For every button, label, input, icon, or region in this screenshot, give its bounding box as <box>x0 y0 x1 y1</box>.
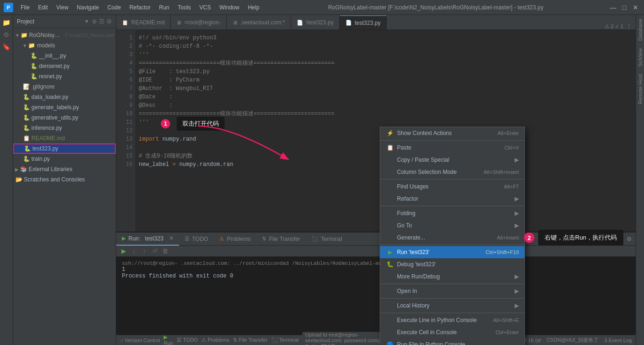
cm-generate[interactable]: Generate... Alt+Insert <box>380 232 524 244</box>
menu-file[interactable]: File <box>17 2 33 13</box>
close-button[interactable]: ✕ <box>631 3 640 12</box>
tree-resnet[interactable]: 🐍 resnet.py <box>13 71 116 82</box>
tab-readme[interactable]: 📋 README.md <box>116 15 171 30</box>
btab-run[interactable]: ▶ Run: test323 ✕ <box>116 232 179 246</box>
cm-folding-label: Folding <box>397 210 513 217</box>
cm-sep-4 <box>380 245 524 245</box>
cm-run-test323[interactable]: ▶ Run 'test323' Ctrl+Shift+F10 <box>380 246 524 258</box>
menu-tools[interactable]: Tools <box>174 2 195 13</box>
menu-view[interactable]: View <box>52 2 72 13</box>
run-status-icon: ▶ <box>164 334 167 340</box>
collapse-icon[interactable]: ☰ <box>99 18 105 25</box>
menu-help[interactable]: Help <box>244 2 263 13</box>
btab-todo[interactable]: ☰ TODO <box>179 232 214 246</box>
tab-test323-active[interactable]: 📄 test323.py <box>340 15 387 30</box>
tree-densenet[interactable]: 🐍 densenet.py <box>13 61 116 71</box>
cm-open-in[interactable]: Open In ▶ <box>380 285 524 297</box>
tree-inference[interactable]: 🐍 inference.py <box>13 123 116 133</box>
code-line-8: @Date : <box>139 93 632 101</box>
cm-copy-paste-special[interactable]: Copy / Paste Special ▶ <box>380 154 524 166</box>
cm-column-mode[interactable]: Column Selection Mode Alt+Shift+Insert <box>380 166 524 178</box>
tree-models[interactable]: ▼ 📁 models <box>13 40 116 51</box>
cm-exec-line[interactable]: Execute Line in Python Console Alt+Shift… <box>380 314 524 326</box>
code-line-4: ========================模块功能描述==========… <box>139 59 632 68</box>
tree-genlabels[interactable]: 🐍 generate_labels.py <box>13 102 116 112</box>
clear-button[interactable]: 🗑 <box>160 247 170 256</box>
menu-bar: File Edit View Navigate Code Refactor Ru… <box>17 2 263 13</box>
remote-host-sidebar[interactable]: Remote Host <box>637 70 644 108</box>
project-header: Project ▼ ⊕ ☰ ⚙ <box>13 15 116 28</box>
tab-expand-icon[interactable]: ⋮ <box>626 23 632 30</box>
cm-folding[interactable]: Folding ▶ <box>380 207 524 219</box>
tab-test-remote[interactable]: 📄 \test323.py <box>291 15 340 30</box>
cm-local-history[interactable]: Local History ▶ <box>380 300 524 312</box>
version-control-item[interactable]: ⑁ Version Control <box>120 338 160 343</box>
cm-run-file-python[interactable]: 🔵 Run File in Python Console <box>380 338 524 345</box>
menu-navigate[interactable]: Navigate <box>73 2 103 13</box>
project-view-icon[interactable]: 📁 <box>1 17 12 28</box>
cm-sep-3 <box>380 206 524 206</box>
tab-ssh1[interactable]: 🖥 <root@region- <box>171 15 226 30</box>
btab-problems[interactable]: ⚠ Problems <box>214 232 256 246</box>
tree-genutils[interactable]: 🐍 generative_utils.py <box>13 112 116 123</box>
test323-label: test323.py <box>32 145 58 152</box>
tree-test323[interactable]: 🐍 test323.py <box>13 143 116 154</box>
project-dropdown-icon[interactable]: ▼ <box>84 19 89 24</box>
maximize-button[interactable]: □ <box>620 3 629 12</box>
menu-run[interactable]: Run <box>155 2 173 13</box>
filetransfer-status-item[interactable]: ⇅ File Transfer <box>233 337 267 343</box>
tree-train[interactable]: 🐍 train.py <box>13 154 116 164</box>
cm-find-usages[interactable]: Find Usages Alt+F7 <box>380 180 524 193</box>
tree-init[interactable]: 🐍 __init__.py <box>13 51 116 61</box>
cm-show-context-label: Show Context Actions <box>397 130 492 136</box>
run-status-label[interactable]: ▶ Run <box>164 334 173 345</box>
cm-paste[interactable]: 📋 Paste Ctrl+V <box>380 142 524 154</box>
tree-gitignore[interactable]: 📝 .gitignore <box>13 82 116 92</box>
database-sidebar[interactable]: Database <box>637 15 644 45</box>
problems-status-item[interactable]: ⚠ Problems <box>202 337 230 343</box>
menu-code[interactable]: Code <box>104 2 125 13</box>
menu-edit[interactable]: Edit <box>34 2 52 13</box>
tree-dataloader[interactable]: 🐍 data_loader.py <box>13 92 116 102</box>
run-tab-close[interactable]: ✕ <box>169 235 173 241</box>
wrap-button[interactable]: ⏎ <box>150 247 159 256</box>
bottom-settings-icon[interactable]: ⚙ <box>627 236 632 242</box>
cm-debug-test323[interactable]: 🐛 Debug 'test323' <box>380 258 524 270</box>
tree-root[interactable]: ▼ 📁 RoGNoisyLabel-master F:\code\N2_Nois… <box>13 30 116 40</box>
main-layout: 📁 ⚙ 🔖 Project ▼ ⊕ ☰ ⚙ ▼ 📁 RoGNoisyLabel-… <box>0 15 644 345</box>
cm-goto[interactable]: Go To ▶ <box>380 219 524 232</box>
sciview-sidebar[interactable]: SciView <box>637 45 644 70</box>
dataloader-label: data_loader.py <box>31 94 68 100</box>
tab-ssh2[interactable]: 🖥 .seetacloud.com:* <box>227 15 291 30</box>
scroll-start-button[interactable]: ↑ <box>140 247 149 256</box>
btab-terminal[interactable]: ⬛ Terminal <box>306 232 348 246</box>
add-icon[interactable]: ⊕ <box>92 18 97 25</box>
warning-count: ⚠ 2 ✓ 1 <box>605 23 623 30</box>
settings-icon[interactable]: ⚙ <box>106 18 112 25</box>
code-editor[interactable]: 12345 678910 111213141516 #!/ usr/bin/en… <box>116 30 636 232</box>
cm-more-run[interactable]: More Run/Debug ▶ <box>380 270 524 283</box>
menu-window[interactable]: Window <box>216 2 243 13</box>
terminal-status-item[interactable]: ⬛ Terminal <box>271 337 299 343</box>
scroll-end-button[interactable]: ↓ <box>129 247 139 256</box>
cm-local-history-label: Local History <box>397 302 513 309</box>
menu-vcs[interactable]: VCS <box>195 2 215 13</box>
cm-show-context[interactable]: ⚡ Show Context Actions Alt+Enter <box>380 127 524 139</box>
tree-scratches[interactable]: 📂 Scratches and Consoles <box>13 174 116 185</box>
bottom-panel-settings: ⚙ <box>627 236 636 242</box>
btab-filetransfer[interactable]: ⇅ File Transfer <box>256 232 306 246</box>
structure-icon[interactable]: ⚙ <box>1 29 12 40</box>
minimize-button[interactable]: — <box>608 3 618 12</box>
tree-ext-libs[interactable]: ▶ 📚 External Libraries <box>13 164 116 174</box>
run-again-button[interactable]: ▶ <box>119 247 128 256</box>
code-line-1: #!/ usr/bin/env python3 <box>139 34 632 42</box>
event-log-status[interactable]: 3 Event Log <box>604 338 632 343</box>
cm-local-history-icon <box>386 301 394 310</box>
cm-refactor[interactable]: Refactor ▶ <box>380 193 524 205</box>
menu-refactor[interactable]: Refactor <box>126 2 154 13</box>
cm-exec-cell[interactable]: Execute Cell in Console Ctrl+Enter <box>380 326 524 338</box>
train-label: train.py <box>31 156 50 162</box>
bookmarks-icon[interactable]: 🔖 <box>1 41 12 52</box>
todo-status-item[interactable]: ☰ TODO <box>177 337 197 343</box>
tree-readme[interactable]: 📋 README.md <box>13 133 116 143</box>
